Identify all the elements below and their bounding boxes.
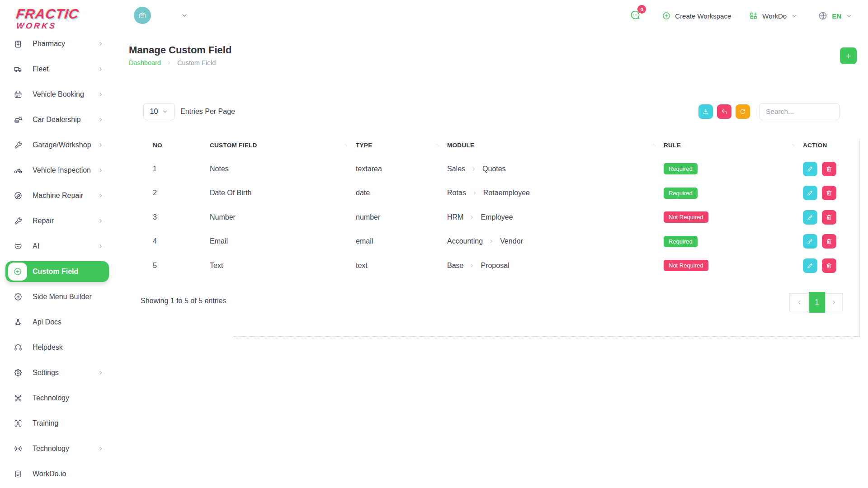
sidebar-item-technology[interactable]: Technology [0,436,117,461]
user-scan-icon [14,419,23,428]
sidebar-item-label: Side Menu Builder [33,293,92,301]
cell-rule: Not Required [664,211,803,223]
module-child: Proposal [481,262,509,270]
delete-button[interactable] [822,186,836,200]
pagination-page-1[interactable]: 1 [809,292,825,313]
entries-per-page-select[interactable]: 10 [143,103,175,120]
breadcrumb-dashboard-link[interactable]: Dashboard [129,59,161,66]
refresh-icon [739,108,746,115]
sidebar-item-settings[interactable]: Settings [0,360,117,385]
sidebar-item-pharmacy[interactable]: Pharmacy [0,31,117,56]
chevron-down-icon [791,12,798,19]
add-custom-field-button[interactable] [840,47,857,64]
pencil-icon [807,214,814,221]
pagination-next-button[interactable] [825,293,843,311]
cell-rule: Required [664,236,803,247]
sidebar-item-machine-repair[interactable]: Machine Repair [0,183,117,208]
edit-button[interactable] [803,258,817,273]
plus-circle-icon [14,292,23,301]
sort-icon [434,142,441,148]
sidebar-item-label: Helpdesk [33,343,63,352]
sidebar-item-ai[interactable]: AI [0,234,117,259]
sidebar-item-helpdesk[interactable]: Helpdesk [0,335,117,360]
grid-plus-icon [749,11,758,20]
table-row: 2Date Of BirthdateRotasRotaemployeeRequi… [153,181,859,206]
sidebar-item-api-docs[interactable]: Api Docs [0,310,117,335]
cell-no: 5 [153,262,210,270]
sidebar-item-label: Custom Field [33,267,78,276]
edit-button[interactable] [803,234,817,249]
rule-badge: Not Required [664,260,708,271]
sidebar-item-side-menu-builder[interactable]: Side Menu Builder [0,284,117,310]
sidebar-item-label: Machine Repair [33,192,83,200]
delete-button[interactable] [822,258,836,273]
sidebar-item-training[interactable]: Training [0,411,117,436]
workspace-avatar[interactable] [134,7,151,24]
chevron-right-icon [98,117,104,123]
sidebar-item-custom-field[interactable]: Custom Field [0,259,117,284]
cell-custom-field: Email [210,237,356,245]
column-header-no: NO [153,142,210,149]
sidebar-item-vehicle-booking[interactable]: Vehicle Booking [0,82,117,107]
table-tool-buttons [698,104,750,119]
cell-rule: Required [664,188,803,199]
module-child: Rotaemployee [483,189,530,197]
cell-type: text [356,262,447,270]
delete-button[interactable] [822,234,836,249]
workdo-menu-button[interactable]: WorkDo [749,11,798,20]
chevron-right-icon [98,192,104,199]
sidebar-item-repair[interactable]: Repair [0,208,117,234]
entries-per-page-value: 10 [150,108,158,116]
messages-button[interactable]: 0 [629,9,641,23]
brand-logo[interactable]: FRACTIC WORKS [16,7,79,30]
delete-button[interactable] [822,162,836,176]
rule-badge: Required [664,236,698,247]
sidebar-item-car-dealership[interactable]: Car Dealership [0,107,117,132]
sidebar-item-label: Repair [33,217,54,225]
column-header-type[interactable]: TYPE [356,142,447,149]
table-row: 5TexttextBaseProposalNot Required [153,253,859,278]
module-parent: Rotas [447,189,466,197]
sidebar-item-fleet[interactable]: Fleet [0,56,117,82]
export-button[interactable] [698,104,713,119]
sidebar-item-garage-workshop[interactable]: Garage/Workshop [0,132,117,158]
search-input[interactable] [759,103,840,120]
cell-rule: Required [664,163,803,174]
pagination-prev-button[interactable] [789,293,809,311]
card-right-dotted-border [859,139,860,337]
column-header-custom-field[interactable]: CUSTOM FIELD [210,142,356,149]
chevron-right-icon [98,446,104,452]
edit-button[interactable] [803,210,817,225]
language-selector[interactable]: EN [818,11,853,21]
broadcast-icon [14,444,23,453]
chevron-right-icon [98,66,104,72]
cell-custom-field: Text [210,262,356,270]
chevron-right-icon [471,166,477,172]
column-header-module[interactable]: MODULE [447,142,664,149]
cell-custom-field: Notes [210,165,356,173]
chevron-right-icon [166,60,172,66]
table-header-row: NO CUSTOM FIELD TYPE MODULE RULE ACTION [153,137,859,153]
create-workspace-button[interactable]: Create Workspace [662,11,731,20]
edit-button[interactable] [803,186,817,200]
column-header-rule[interactable]: RULE [664,142,803,149]
chevron-right-icon [488,238,495,244]
sidebar-item-label: WorkDo.io [33,470,66,478]
calendar-icon [14,90,23,99]
cell-no: 2 [153,189,210,197]
chevron-right-icon [98,142,104,148]
rule-badge: Required [664,163,698,174]
refresh-button[interactable] [736,104,750,119]
sidebar-item-workdo-io[interactable]: WorkDo.io [0,461,117,487]
workspace-chevron-down-icon[interactable] [181,12,188,19]
sidebar-item-label: Garage/Workshop [33,141,91,149]
sidebar-item-technology[interactable]: Technology [0,385,117,411]
delete-button[interactable] [822,210,836,225]
cell-module: BaseProposal [447,262,664,270]
wrench-icon [14,216,23,225]
undo-button[interactable] [717,104,731,119]
cell-no: 3 [153,213,210,221]
edit-button[interactable] [803,162,817,176]
sidebar-item-vehicle-inspection[interactable]: Vehicle Inspection [0,158,117,183]
table-row: 4EmailemailAccountingVendorRequired [153,230,859,254]
